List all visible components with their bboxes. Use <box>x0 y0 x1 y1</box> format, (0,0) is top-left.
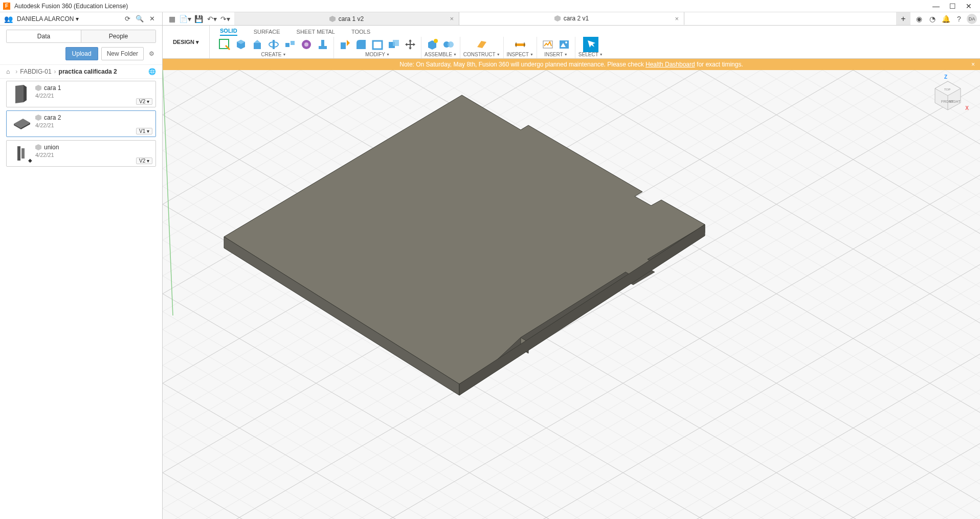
refresh-button[interactable]: ⟳ <box>121 13 133 25</box>
ribbon-tab-sheetmetal[interactable]: SHEET METAL <box>297 29 335 36</box>
open-web-icon[interactable]: 🌐 <box>148 68 156 75</box>
data-panel: Data People Upload New Folder ⚙ ⌂ › FABD… <box>0 26 163 519</box>
file-menu-button[interactable]: 📄▾ <box>179 13 191 25</box>
new-folder-button[interactable]: New Folder <box>101 47 144 60</box>
close-tab-icon[interactable]: × <box>675 15 679 22</box>
app-title: Autodesk Fusion 360 (Education License) <box>14 3 928 10</box>
home-icon[interactable]: ⌂ <box>6 68 10 75</box>
svg-rect-19 <box>285 43 289 47</box>
ribbon-group-select: SELECT▼ <box>575 37 606 58</box>
model-plate[interactable] <box>163 70 980 519</box>
box-icon[interactable] <box>233 37 249 52</box>
document-tab-cara2[interactable]: cara 2 v1 × <box>459 12 684 25</box>
joint-icon[interactable] <box>441 37 456 52</box>
svg-rect-9 <box>17 146 20 161</box>
group-label: INSERT <box>544 52 563 57</box>
svg-marker-8 <box>35 115 41 121</box>
ribbon-tab-surface[interactable]: SURFACE <box>254 29 280 36</box>
grid-apps-button[interactable]: ▦ <box>166 13 178 25</box>
fillet-icon[interactable] <box>353 37 369 52</box>
extensions-icon[interactable]: ◉ <box>914 13 925 25</box>
viewport-canvas[interactable]: FRONT RIGHT TOP Z X <box>163 70 980 519</box>
file-item-cara1[interactable]: cara 1 4/22/21 V2 ▾ <box>6 81 156 107</box>
cube-icon <box>35 85 41 91</box>
user-avatar[interactable]: DA <box>967 14 977 24</box>
top-right-icons: ◉ ◔ 🔔 ? DA <box>910 12 980 25</box>
svg-point-32 <box>448 41 454 48</box>
ribbon-group-insert: INSERT▼ <box>537 37 575 58</box>
file-item-union[interactable]: union 4/22/21 ◆ V2 ▾ <box>6 140 156 167</box>
loft-icon[interactable] <box>299 37 314 52</box>
title-bar: F Autodesk Fusion 360 (Education License… <box>0 0 980 12</box>
cube-icon <box>35 115 41 121</box>
ribbon-tool-row: CREATE▼ MODIFY▼ <box>210 36 980 58</box>
new-component-icon[interactable] <box>425 37 440 52</box>
ribbon-tab-tools[interactable]: TOOLS <box>351 29 370 36</box>
ribbon-tab-solid[interactable]: SOLID <box>220 28 237 36</box>
select-icon[interactable] <box>583 37 598 52</box>
data-panel-tabs: Data People <box>6 30 156 43</box>
view-cube[interactable]: FRONT RIGHT TOP Z X <box>930 77 966 113</box>
canvas-icon[interactable] <box>556 37 572 52</box>
svg-marker-16 <box>254 40 261 43</box>
breadcrumb-project[interactable]: FABDIG-01 <box>20 68 51 75</box>
new-tab-button[interactable]: + <box>896 12 910 25</box>
svg-marker-1 <box>554 15 561 21</box>
version-dropdown[interactable]: V1 ▾ <box>136 128 152 134</box>
ribbon-group-inspect: INSPECT▼ <box>504 37 537 58</box>
rib-icon[interactable] <box>315 37 330 52</box>
file-item-cara2[interactable]: cara 2 4/22/21 V1 ▾ <box>6 110 156 137</box>
svg-marker-4 <box>35 85 41 91</box>
workspace-switcher[interactable]: DESIGN ▾ <box>163 26 210 58</box>
search-button[interactable]: 🔍 <box>133 13 146 25</box>
document-tab-cara1[interactable]: cara 1 v2 × <box>234 12 459 25</box>
svg-rect-10 <box>21 148 25 159</box>
quick-access-toolbar: ▦ 📄▾ 💾 ↶▾ ↷▾ <box>163 12 234 25</box>
measure-icon[interactable] <box>513 37 528 52</box>
presspull-icon[interactable] <box>337 37 352 52</box>
window-minimize-button[interactable]: — <box>928 0 944 12</box>
move-icon[interactable] <box>403 37 418 52</box>
shell-icon[interactable] <box>370 37 385 52</box>
extrude-icon[interactable] <box>250 37 265 52</box>
plane-icon[interactable] <box>474 37 489 52</box>
window-maximize-button[interactable]: ☐ <box>944 0 961 12</box>
job-status-icon[interactable]: ◔ <box>927 13 938 25</box>
window-close-button[interactable]: ✕ <box>961 0 977 12</box>
combine-icon[interactable] <box>386 37 402 52</box>
svg-marker-3 <box>24 85 27 102</box>
svg-rect-28 <box>393 40 399 46</box>
help-icon[interactable]: ? <box>953 13 965 25</box>
tab-people[interactable]: People <box>81 30 155 42</box>
version-dropdown[interactable]: V2 ▾ <box>136 157 152 164</box>
file-name: cara 2 <box>44 114 61 121</box>
redo-button[interactable]: ↷▾ <box>219 13 231 25</box>
ribbon-group-construct: CONSTRUCT▼ <box>460 37 504 58</box>
close-tab-icon[interactable]: × <box>450 15 454 22</box>
version-dropdown[interactable]: V2 ▾ <box>136 98 152 105</box>
app-logo-icon: F <box>3 3 10 10</box>
branch-icon: ◆ <box>28 157 32 163</box>
save-button[interactable]: 💾 <box>192 13 205 25</box>
data-panel-actions: Upload New Folder ⚙ <box>0 43 162 64</box>
sweep-icon[interactable] <box>282 37 298 52</box>
close-panel-button[interactable]: ✕ <box>146 13 158 25</box>
notification-close-icon[interactable]: × <box>971 61 975 68</box>
team-name[interactable]: DANIELA ALARCON ▾ <box>17 15 121 22</box>
upload-button[interactable]: Upload <box>65 47 98 60</box>
svg-text:RIGHT: RIGHT <box>949 100 961 103</box>
notifications-icon[interactable]: 🔔 <box>940 13 951 25</box>
create-sketch-icon[interactable] <box>217 37 232 52</box>
gear-icon[interactable]: ⚙ <box>147 49 156 58</box>
file-list: cara 1 4/22/21 V2 ▾ cara 2 4/22/21 V1 ▾ <box>0 79 162 519</box>
svg-rect-26 <box>373 41 382 49</box>
svg-rect-25 <box>341 42 346 49</box>
svg-rect-18 <box>273 40 275 49</box>
notification-link[interactable]: Health Dashboard <box>645 61 695 68</box>
revolve-icon[interactable] <box>266 37 281 52</box>
breadcrumb-folder[interactable]: practica calificada 2 <box>59 68 117 75</box>
undo-button[interactable]: ↶▾ <box>206 13 218 25</box>
tab-data[interactable]: Data <box>7 30 81 42</box>
decal-icon[interactable] <box>540 37 555 52</box>
group-label: MODIFY <box>365 52 385 57</box>
